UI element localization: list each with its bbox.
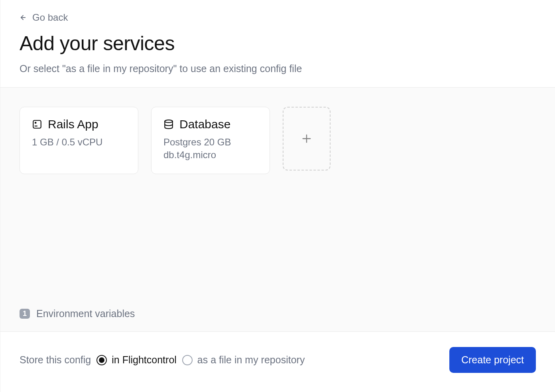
footer-row: Store this config in Flightcontrol as a … [0,332,555,392]
env-vars-count-badge: 1 [20,309,30,319]
service-card-title: Database [179,118,230,131]
env-vars-row[interactable]: 1 Environment variables [0,298,555,332]
svg-rect-1 [33,120,41,128]
service-card-database[interactable]: Database Postgres 20 GB db.t4g.micro [151,107,270,174]
go-back-link[interactable]: Go back [20,12,536,23]
radio-option-repository[interactable]: as a file in my repository [182,354,305,366]
service-card-subtitle: Postgres 20 GB db.t4g.micro [163,136,258,162]
store-config-label: Store this config [20,354,91,366]
go-back-label: Go back [32,12,68,23]
service-card-subtitle: 1 GB / 0.5 vCPU [32,136,126,149]
service-card-title: Rails App [48,118,98,131]
add-service-button[interactable] [283,107,331,171]
content-section: Rails App 1 GB / 0.5 vCPU Database Post [0,88,555,298]
arrow-left-icon [20,14,27,21]
service-card-rails-app[interactable]: Rails App 1 GB / 0.5 vCPU [20,107,138,174]
service-cards: Rails App 1 GB / 0.5 vCPU Database Post [20,107,536,174]
radio-icon [182,355,193,365]
server-icon [32,119,42,129]
page-title: Add your services [20,32,536,55]
env-vars-label: Environment variables [36,308,135,319]
page-subtitle: Or select "as a file in my repository" t… [20,63,536,74]
header-section: Go back Add your services Or select "as … [0,0,555,88]
config-options: Store this config in Flightcontrol as a … [20,354,305,366]
radio-label: in Flightcontrol [112,354,177,366]
radio-icon [96,355,107,365]
svg-point-2 [35,122,36,123]
bottom-section: 1 Environment variables Store this confi… [0,298,555,392]
svg-point-4 [165,120,173,123]
service-card-header: Rails App [32,118,126,131]
radio-label: as a file in my repository [197,354,305,366]
plus-icon [301,133,312,144]
service-card-header: Database [163,118,258,131]
database-icon [163,119,174,129]
radio-option-flightcontrol[interactable]: in Flightcontrol [96,354,177,366]
create-project-button[interactable]: Create project [449,347,536,373]
